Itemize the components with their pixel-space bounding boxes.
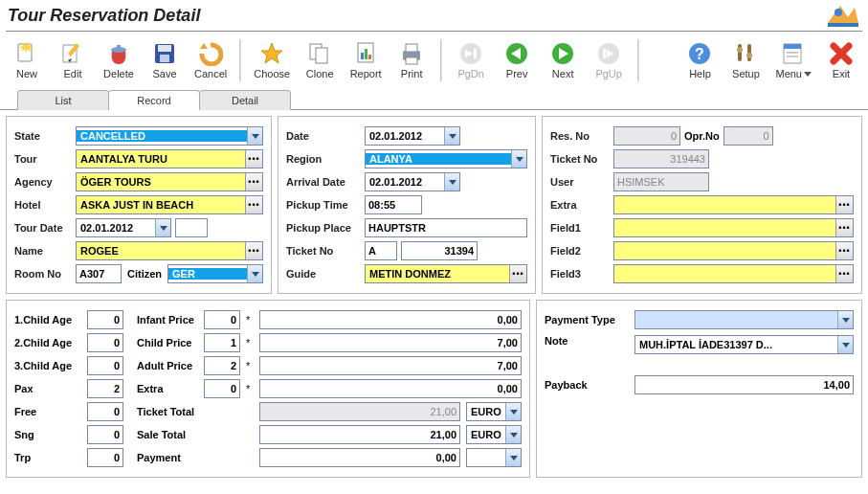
- tab-record[interactable]: Record: [108, 90, 200, 110]
- field1-picker[interactable]: •••: [613, 218, 854, 237]
- toolbar-separator: [239, 39, 241, 81]
- report-button[interactable]: Report: [343, 35, 389, 85]
- ticket-prefix-input[interactable]: [365, 241, 397, 260]
- roomno-input[interactable]: [76, 264, 122, 283]
- pgup-button[interactable]: PgUp: [586, 35, 632, 85]
- payback-input[interactable]: [634, 375, 854, 394]
- trp-input[interactable]: [87, 448, 123, 467]
- svg-marker-44: [804, 72, 812, 77]
- tour-picker[interactable]: AANTALYA TURU •••: [76, 149, 263, 168]
- free-input[interactable]: [87, 402, 123, 421]
- panel-info: Res. No Opr.No Ticket No User Extra •••: [542, 116, 862, 294]
- svg-point-1: [835, 9, 842, 16]
- choose-button[interactable]: Choose: [247, 35, 297, 85]
- svg-rect-12: [160, 55, 169, 62]
- tickettot-cur-combo[interactable]: EURO: [466, 402, 522, 421]
- free-label: Free: [14, 406, 81, 417]
- svg-rect-19: [365, 49, 367, 59]
- name-picker[interactable]: ROGEE •••: [76, 241, 263, 260]
- pgdn-button[interactable]: PgDn: [448, 35, 494, 85]
- citizen-combo[interactable]: GER: [167, 264, 263, 283]
- tab-detail[interactable]: Detail: [199, 90, 291, 110]
- sng-input[interactable]: [87, 425, 123, 444]
- hotel-picker[interactable]: ASKA JUST IN BEACH •••: [76, 195, 263, 214]
- infant-qty-input[interactable]: [204, 310, 240, 329]
- ellipsis-icon: •••: [245, 150, 262, 168]
- pax-input[interactable]: [87, 379, 123, 398]
- svg-marker-52: [510, 433, 518, 438]
- extra-label: Extra: [550, 199, 610, 211]
- svg-marker-50: [449, 180, 456, 185]
- tourdate-combo[interactable]: 02.01.2012: [76, 218, 171, 237]
- edit-icon: [60, 41, 85, 66]
- ellipsis-icon: •••: [835, 265, 853, 282]
- child2-input[interactable]: [87, 333, 123, 352]
- childp-qty-input[interactable]: [204, 333, 240, 352]
- cancel-button[interactable]: Cancel: [188, 35, 234, 85]
- new-button[interactable]: New: [4, 35, 50, 85]
- ticketno2-input: [613, 149, 709, 168]
- date-combo[interactable]: 02.01.2012: [365, 126, 460, 146]
- childp-amt-input[interactable]: [259, 333, 522, 352]
- pickuptime-label: Pickup Time: [286, 199, 361, 211]
- extra-qty-input[interactable]: [204, 379, 240, 398]
- pickupplace-input[interactable]: [365, 218, 527, 237]
- tab-list[interactable]: List: [17, 90, 109, 110]
- delete-button[interactable]: Delete: [96, 35, 142, 85]
- menu-button[interactable]: Menu: [768, 35, 818, 85]
- cancel-icon: [198, 41, 223, 66]
- svg-marker-51: [510, 410, 518, 415]
- pgdn-icon: [458, 41, 483, 66]
- save-button[interactable]: Save: [142, 35, 188, 85]
- child3-input[interactable]: [87, 356, 123, 375]
- multiply-icon: *: [246, 383, 254, 394]
- note-combo[interactable]: MUH.İPTAL İADE31397 D...: [634, 335, 854, 354]
- svg-marker-14: [261, 43, 282, 63]
- print-button[interactable]: Print: [389, 35, 434, 85]
- tourdate-label: Tour Date: [14, 222, 72, 234]
- adult-amt-input[interactable]: [259, 356, 522, 375]
- help-button[interactable]: ? Help: [677, 35, 723, 85]
- region-combo[interactable]: ALANYA: [365, 149, 527, 168]
- paytype-label: Payment Type: [545, 314, 631, 326]
- chevron-down-icon: [444, 173, 459, 191]
- panel-pricing: 1.Child Age Infant Price * 2.Child Age C…: [6, 300, 530, 478]
- svg-rect-23: [406, 57, 417, 64]
- resno-label: Res. No: [550, 130, 610, 142]
- next-button[interactable]: Next: [540, 35, 586, 85]
- infant-amt-input[interactable]: [259, 310, 522, 329]
- svg-marker-49: [516, 157, 523, 162]
- payment-cur-combo[interactable]: [466, 448, 522, 467]
- setup-button[interactable]: Setup: [723, 35, 768, 85]
- adult-label: Adult Price: [129, 360, 198, 371]
- guide-picker[interactable]: METIN DONMEZ •••: [365, 264, 527, 283]
- clone-button[interactable]: Clone: [297, 35, 343, 85]
- ellipsis-icon: •••: [245, 242, 262, 259]
- child1-input[interactable]: [87, 310, 123, 329]
- panel-tour: Date 02.01.2012 Region ALANYA Arrival Da…: [278, 116, 536, 294]
- field3-picker[interactable]: •••: [613, 264, 854, 283]
- extra-amt-input[interactable]: [259, 379, 522, 398]
- svg-rect-18: [361, 53, 364, 59]
- payment-input[interactable]: [259, 448, 460, 467]
- tourdate-ext-input[interactable]: [175, 218, 208, 237]
- adult-qty-input[interactable]: [204, 356, 240, 375]
- edit-button[interactable]: Edit: [50, 35, 96, 85]
- exit-button[interactable]: Exit: [818, 35, 864, 85]
- agency-picker[interactable]: ÖGER TOURS •••: [76, 172, 263, 191]
- arrival-combo[interactable]: 02.01.2012: [365, 172, 460, 191]
- saletot-cur-combo[interactable]: EURO: [466, 425, 522, 444]
- multiply-icon: *: [246, 337, 254, 348]
- chevron-down-icon: [444, 127, 459, 145]
- pickuptime-input[interactable]: [365, 195, 422, 214]
- field2-picker[interactable]: •••: [613, 241, 854, 260]
- prev-button[interactable]: Prev: [494, 35, 540, 85]
- paytype-combo[interactable]: [634, 310, 854, 329]
- panel-payment: Payment Type Note MUH.İPTAL İADE31397 D.…: [536, 300, 862, 478]
- state-combo[interactable]: CANCELLED: [76, 126, 263, 146]
- menu-icon: [781, 41, 806, 66]
- extra-picker[interactable]: •••: [613, 195, 854, 214]
- saletot-input[interactable]: [259, 425, 460, 444]
- tickettot-input: [259, 402, 460, 421]
- ticket-no-input[interactable]: [401, 241, 478, 260]
